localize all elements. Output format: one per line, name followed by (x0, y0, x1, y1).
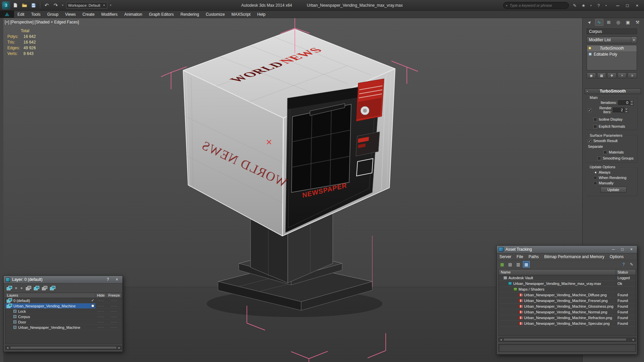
menu-create[interactable]: Create (79, 11, 98, 18)
layer-row-corpus[interactable]: Corpus ····· ····· (5, 314, 121, 319)
asset-row-maps-shaders[interactable]: Maps / Shaders (499, 287, 636, 292)
iterations-spinner-arrows[interactable]: ▲▼ (630, 100, 634, 105)
menu-tools[interactable]: Tools (28, 11, 44, 18)
new-file-button[interactable] (12, 2, 19, 9)
workspace-extra-dropdown-icon[interactable]: ▼ (109, 4, 112, 6)
viewport-general-menu[interactable]: [+] (5, 20, 9, 24)
modifier-enabled-bulb-icon[interactable] (588, 47, 591, 50)
menu-views[interactable]: Views (62, 11, 79, 18)
asset-row-vault[interactable]: Autodesk Vault Logged (499, 275, 636, 281)
scroll-left-icon[interactable]: ◄ (5, 347, 10, 349)
edit-paths-icon[interactable]: ✎ (628, 261, 635, 267)
tab-modify-icon[interactable]: ∿ (595, 19, 603, 26)
column-freeze[interactable]: Freeze (107, 293, 121, 298)
tab-create-icon[interactable]: ➤ (585, 19, 594, 26)
asset-horizontal-scrollbar[interactable]: ◄ ► (498, 338, 636, 342)
layer-row-lock[interactable]: Lock ····· ····· (5, 309, 121, 314)
column-name[interactable]: Name (499, 269, 616, 275)
asset-row-glossiness[interactable]: Urban_Newspaper_Vending_Machine_Glossine… (499, 304, 636, 309)
make-unique-button[interactable]: ❖ (607, 72, 616, 78)
tab-hierarchy-icon[interactable]: ⊞ (604, 19, 613, 26)
help-icon[interactable]: ? (596, 3, 601, 8)
favorites-star-icon[interactable]: ★ (581, 3, 586, 8)
scroll-right-icon[interactable]: ► (631, 339, 636, 341)
star-dropdown-icon[interactable]: ▼ (589, 4, 593, 7)
show-end-result-button[interactable]: ▦ (597, 72, 606, 78)
layer-help-button[interactable]: ? (104, 277, 111, 282)
asset-menu-bitmap-performance[interactable]: Bitmap Performance and Memory (541, 254, 607, 259)
close-button[interactable]: × (632, 1, 642, 10)
menu-customize[interactable]: Customize (202, 11, 228, 18)
asset-menu-server[interactable]: Server (497, 254, 514, 259)
update-button[interactable]: Update (600, 187, 627, 193)
layer-row-vending-machine-object[interactable]: Urban_Newspaper_Vending_Machine ····· ··… (5, 325, 121, 330)
asset-row-diffuse[interactable]: Urban_Newspaper_Vending_Machine_Diffuse.… (499, 292, 636, 298)
materials-checkbox[interactable] (603, 150, 607, 154)
menu-help[interactable]: Help (254, 11, 269, 18)
highlight-selected-layer-icon[interactable] (42, 286, 47, 290)
app-logo-icon[interactable]: 3 (2, 1, 10, 9)
tab-utilities-icon[interactable]: ⚒ (633, 19, 642, 26)
save-file-button[interactable] (30, 2, 37, 9)
scrollbar-thumb[interactable] (10, 346, 117, 349)
menu-graph-editors[interactable]: Graph Editors (146, 11, 177, 18)
render-iters-spinner[interactable]: 2 (613, 108, 624, 112)
max-menu-logo[interactable] (0, 11, 14, 18)
pen-icon[interactable]: ✎ (572, 3, 578, 8)
viewport-shading-menu[interactable]: [Shaded + Edged Faces] (35, 20, 79, 24)
render-iters-checkbox[interactable]: ✓ (588, 108, 592, 112)
when-rendering-radio[interactable] (593, 176, 597, 180)
asset-minimize-button[interactable]: ─ (610, 247, 617, 252)
delete-layer-icon[interactable]: × (15, 286, 17, 290)
asset-row-refraction[interactable]: Urban_Newspaper_Vending_Machine_Refracti… (499, 315, 636, 321)
render-iters-spinner-arrows[interactable]: ▲▼ (625, 108, 628, 113)
add-selection-to-layer-icon[interactable]: + (20, 286, 23, 290)
scrollbar-thumb[interactable] (503, 338, 627, 341)
explicit-normals-checkbox[interactable] (593, 125, 597, 128)
menu-modifiers[interactable]: Modifiers (98, 11, 121, 18)
remove-modifier-button[interactable]: × (618, 72, 627, 78)
column-status[interactable]: Status (616, 269, 636, 275)
tab-display-icon[interactable]: ▣ (624, 19, 632, 26)
asset-menu-file[interactable]: File (514, 254, 526, 259)
asset-menu-options[interactable]: Options (607, 254, 626, 259)
asset-tracking-titlebar[interactable]: Asset Tracking ─ □ × (497, 246, 637, 253)
asset-row-specular[interactable]: Urban_Newspaper_Vending_Machine_Specular… (499, 321, 636, 326)
layer-row-vending-machine[interactable]: Urban_Newspaper_Vending_Machine ····· ··… (5, 303, 121, 309)
minimize-button[interactable]: ─ (613, 1, 623, 10)
turbosmooth-rollout-header[interactable]: - TurboSmooth (585, 88, 641, 94)
stack-item-editable-poly[interactable]: Editable Poly (587, 51, 637, 57)
isoline-display-checkbox[interactable] (593, 118, 597, 121)
scroll-right-icon[interactable]: ► (117, 347, 121, 349)
layer-window[interactable]: Layer: 0 (default) ? × × + Layers Hide F… (3, 276, 123, 352)
layer-row-default[interactable]: 0 (default)✓ ····· ····· (5, 298, 121, 303)
modifier-list-dropdown[interactable]: Modifier List ▼ (587, 37, 637, 43)
iterations-spinner[interactable]: 0 (618, 100, 630, 105)
help-dropdown-icon[interactable]: ▼ (604, 4, 608, 7)
undo-button[interactable]: ↶ (43, 2, 50, 9)
smoothing-groups-checkbox[interactable] (597, 157, 601, 160)
tab-motion-icon[interactable]: ◎ (614, 19, 623, 26)
search-input[interactable] (510, 3, 566, 7)
redo-button[interactable]: ↷ (52, 2, 59, 9)
asset-row-normal[interactable]: Urban_Newspaper_Vending_Machine_Normal.p… (499, 309, 636, 315)
hide-unhide-all-icon[interactable] (50, 286, 55, 290)
asset-close-button[interactable]: × (628, 247, 635, 252)
menu-edit[interactable]: Edit (14, 11, 28, 18)
menu-group[interactable]: Group (44, 11, 62, 18)
create-layer-icon[interactable] (7, 286, 12, 290)
pin-stack-button[interactable]: ◉ (587, 72, 596, 78)
history-dropdown-icon[interactable]: ▼ (61, 4, 64, 6)
menu-animation[interactable]: Animation (121, 11, 146, 18)
configure-modifier-sets-button[interactable]: ≡ (628, 72, 637, 78)
object-name-field[interactable] (587, 28, 637, 34)
asset-row-fresnel[interactable]: Urban_Newspaper_Vending_Machine_Fresnel.… (499, 298, 636, 304)
stack-item-turbosmooth[interactable]: TurboSmooth (587, 45, 637, 51)
layer-color-swatch[interactable] (91, 304, 94, 307)
select-highlighted-layer-icon[interactable] (26, 286, 31, 290)
viewport-pov-menu[interactable]: [Perspective] (10, 20, 34, 24)
smooth-result-checkbox[interactable]: ✓ (588, 139, 592, 143)
maximize-button[interactable]: □ (623, 1, 632, 10)
asset-help-icon[interactable]: ? (620, 261, 627, 267)
scroll-left-icon[interactable]: ◄ (499, 339, 503, 341)
